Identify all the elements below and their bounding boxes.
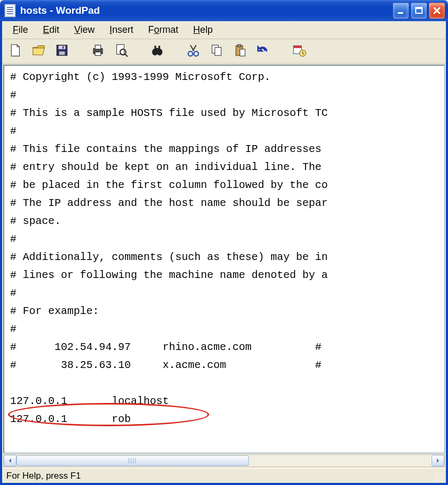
svg-rect-26 xyxy=(293,46,301,48)
find-button[interactable] xyxy=(149,43,165,59)
horizontal-scrollbar[interactable] xyxy=(3,454,445,467)
undo-icon xyxy=(256,43,270,59)
new-document-icon xyxy=(8,43,22,59)
svg-rect-9 xyxy=(95,52,101,56)
cut-button[interactable] xyxy=(185,43,201,59)
maximize-button[interactable] xyxy=(411,3,427,19)
copy-pages-icon xyxy=(210,43,223,59)
paste-button[interactable] xyxy=(232,43,248,59)
menu-bar: File Edit View Insert Format Help xyxy=(2,21,446,39)
svg-line-12 xyxy=(126,55,128,57)
find-binoculars-icon xyxy=(150,43,164,59)
new-button[interactable] xyxy=(7,43,23,59)
status-bar: For Help, press F1 xyxy=(2,468,446,483)
svg-rect-21 xyxy=(215,48,221,56)
svg-rect-4 xyxy=(59,46,66,49)
cut-scissors-icon xyxy=(186,43,200,59)
print-icon xyxy=(91,43,105,59)
open-folder-icon xyxy=(32,43,46,59)
menu-file[interactable]: File xyxy=(6,22,37,38)
menu-help[interactable]: Help xyxy=(187,22,221,38)
close-button[interactable] xyxy=(429,3,445,19)
title-bar: hosts - WordPad xyxy=(0,0,448,21)
insert-datetime-icon xyxy=(292,43,306,59)
menu-view[interactable]: View xyxy=(68,22,103,38)
print-button[interactable] xyxy=(90,43,106,59)
menu-insert[interactable]: Insert xyxy=(103,22,142,38)
svg-rect-8 xyxy=(95,45,101,49)
svg-rect-6 xyxy=(62,46,64,48)
window-title: hosts - WordPad xyxy=(20,5,100,16)
datetime-button[interactable] xyxy=(291,43,307,59)
paste-clipboard-icon xyxy=(233,43,247,59)
scroll-left-button[interactable] xyxy=(4,455,16,466)
scroll-right-button[interactable] xyxy=(432,455,444,466)
svg-point-18 xyxy=(188,51,193,56)
status-text: For Help, press F1 xyxy=(6,471,81,481)
svg-rect-17 xyxy=(156,48,158,50)
svg-rect-15 xyxy=(155,46,156,50)
copy-button[interactable] xyxy=(209,43,225,59)
open-button[interactable] xyxy=(31,43,47,59)
menu-edit[interactable]: Edit xyxy=(37,22,68,38)
svg-rect-24 xyxy=(240,49,245,56)
svg-rect-5 xyxy=(59,51,65,55)
save-button[interactable] xyxy=(54,43,70,59)
scroll-thumb[interactable] xyxy=(16,455,249,466)
toolbar xyxy=(2,39,446,64)
svg-rect-23 xyxy=(238,44,241,47)
svg-rect-16 xyxy=(158,46,160,50)
resize-grip-icon[interactable] xyxy=(434,472,444,482)
annotation-ellipse xyxy=(8,403,209,426)
wordpad-app-icon xyxy=(4,4,16,17)
print-preview-icon xyxy=(114,43,128,59)
print-preview-button[interactable] xyxy=(113,43,129,59)
minimize-button[interactable] xyxy=(393,3,409,19)
save-floppy-icon xyxy=(55,43,69,59)
svg-rect-2 xyxy=(416,7,422,9)
svg-point-19 xyxy=(194,51,199,56)
undo-button[interactable] xyxy=(255,43,271,59)
scroll-track[interactable] xyxy=(16,455,432,466)
svg-rect-0 xyxy=(398,12,403,14)
menu-format[interactable]: Format xyxy=(142,22,187,38)
document-editor[interactable]: # Copyright (c) 1993-1999 Microsoft Corp… xyxy=(3,65,445,453)
